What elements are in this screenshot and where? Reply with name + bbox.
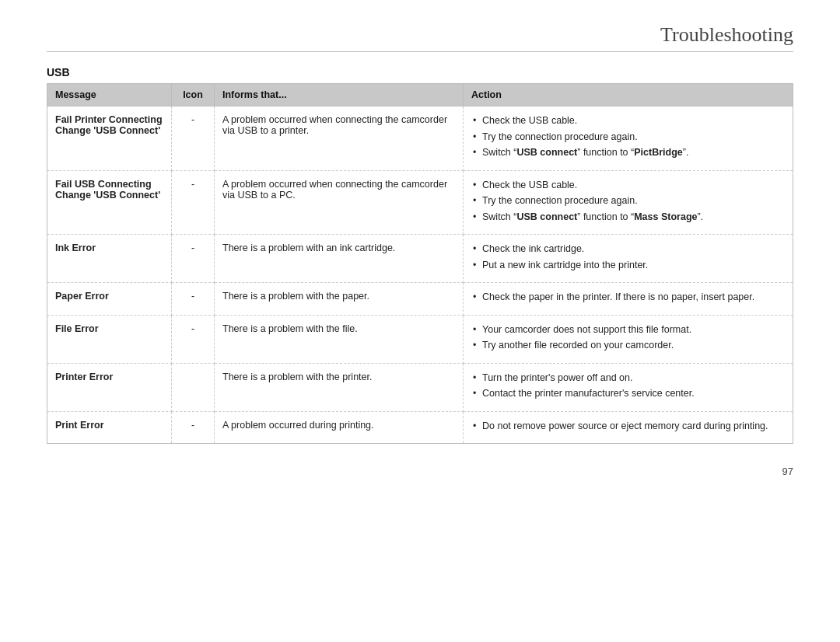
cell-informs: There is a problem with the printer.	[215, 363, 464, 411]
action-list: Your camcorder does not support this fil…	[471, 323, 785, 353]
action-list: Check the USB cable.Try the connection p…	[471, 179, 785, 225]
title-divider	[47, 51, 793, 52]
cell-action: Turn the printer's power off and on.Cont…	[464, 363, 793, 411]
message-text: File Error	[55, 323, 99, 334]
cell-icon	[172, 363, 215, 411]
action-list: Check the paper in the printer. If there…	[471, 291, 785, 305]
table-row: Print Error-A problem occurred during pr…	[47, 411, 793, 444]
cell-icon: -	[172, 315, 215, 363]
table-row: File Error-There is a problem with the f…	[47, 315, 793, 363]
message-text: Fail Printer Connecting	[55, 114, 163, 125]
action-list: Do not remove power source or eject memo…	[471, 420, 785, 434]
troubleshooting-table: Message Icon Informs that... Action Fail…	[47, 83, 793, 444]
message-text: Change 'USB Connect'	[55, 125, 160, 136]
action-item: Check the USB cable.	[471, 179, 785, 193]
message-text: Printer Error	[55, 372, 113, 382]
action-item: Turn the printer's power off and on.	[471, 372, 785, 386]
action-item: Your camcorder does not support this fil…	[471, 323, 785, 337]
cell-action: Do not remove power source or eject memo…	[464, 411, 793, 444]
table-row: Fail USB ConnectingChange 'USB Connect'-…	[47, 170, 793, 235]
cell-icon: -	[172, 170, 215, 235]
message-text: Print Error	[55, 420, 104, 431]
page-title: Troubleshooting	[47, 23, 793, 47]
action-list: Check the ink cartridge.Put a new ink ca…	[471, 242, 785, 272]
cell-message: Printer Error	[47, 363, 172, 411]
action-item: Contact the printer manufacturer's servi…	[471, 387, 785, 401]
message-text: Fail USB Connecting	[55, 179, 152, 190]
header-icon: Icon	[172, 84, 215, 106]
header-action: Action	[464, 84, 793, 106]
cell-message: Ink Error	[47, 235, 172, 283]
section-heading: USB	[47, 66, 793, 79]
table-row: Paper Error-There is a problem with the …	[47, 283, 793, 316]
cell-message: File Error	[47, 315, 172, 363]
action-item: Switch “USB connect” function to “PictBr…	[471, 146, 785, 160]
cell-informs: There is a problem with the paper.	[215, 283, 464, 316]
cell-informs: A problem occurred when connecting the c…	[215, 170, 464, 235]
cell-informs: There is a problem with the file.	[215, 315, 464, 363]
cell-informs: A problem occurred during printing.	[215, 411, 464, 444]
page-number: 97	[47, 466, 793, 477]
action-list: Check the USB cable.Try the connection p…	[471, 114, 785, 160]
cell-action: Your camcorder does not support this fil…	[464, 315, 793, 363]
action-item: Try another file recorded on your camcor…	[471, 339, 785, 353]
header-informs: Informs that...	[215, 84, 464, 106]
header-message: Message	[47, 84, 172, 106]
action-item: Check the USB cable.	[471, 114, 785, 128]
cell-message: Paper Error	[47, 283, 172, 316]
cell-message: Fail Printer ConnectingChange 'USB Conne…	[47, 106, 172, 171]
table-row: Fail Printer ConnectingChange 'USB Conne…	[47, 106, 793, 171]
message-text: Ink Error	[55, 242, 96, 253]
cell-action: Check the USB cable.Try the connection p…	[464, 170, 793, 235]
cell-action: Check the USB cable.Try the connection p…	[464, 106, 793, 171]
action-item: Switch “USB connect” function to “Mass S…	[471, 211, 785, 225]
cell-icon: -	[172, 283, 215, 316]
cell-icon: -	[172, 106, 215, 171]
cell-informs: There is a problem with an ink cartridge…	[215, 235, 464, 283]
action-list: Turn the printer's power off and on.Cont…	[471, 372, 785, 401]
cell-icon: -	[172, 411, 215, 444]
action-item: Try the connection procedure again.	[471, 194, 785, 208]
table-header-row: Message Icon Informs that... Action	[47, 84, 793, 106]
message-text: Paper Error	[55, 291, 109, 302]
cell-message: Print Error	[47, 411, 172, 444]
cell-action: Check the ink cartridge.Put a new ink ca…	[464, 235, 793, 283]
action-item: Check the ink cartridge.	[471, 242, 785, 256]
cell-message: Fail USB ConnectingChange 'USB Connect'	[47, 170, 172, 235]
table-row: Ink Error-There is a problem with an ink…	[47, 235, 793, 283]
action-item: Put a new ink cartridge into the printer…	[471, 259, 785, 273]
cell-action: Check the paper in the printer. If there…	[464, 283, 793, 316]
cell-icon: -	[172, 235, 215, 283]
table-row: Printer ErrorThere is a problem with the…	[47, 363, 793, 411]
table-body: Fail Printer ConnectingChange 'USB Conne…	[47, 106, 793, 444]
action-item: Do not remove power source or eject memo…	[471, 420, 785, 434]
message-text: Change 'USB Connect'	[55, 190, 160, 201]
action-item: Check the paper in the printer. If there…	[471, 291, 785, 305]
cell-informs: A problem occurred when connecting the c…	[215, 106, 464, 171]
action-item: Try the connection procedure again.	[471, 131, 785, 145]
